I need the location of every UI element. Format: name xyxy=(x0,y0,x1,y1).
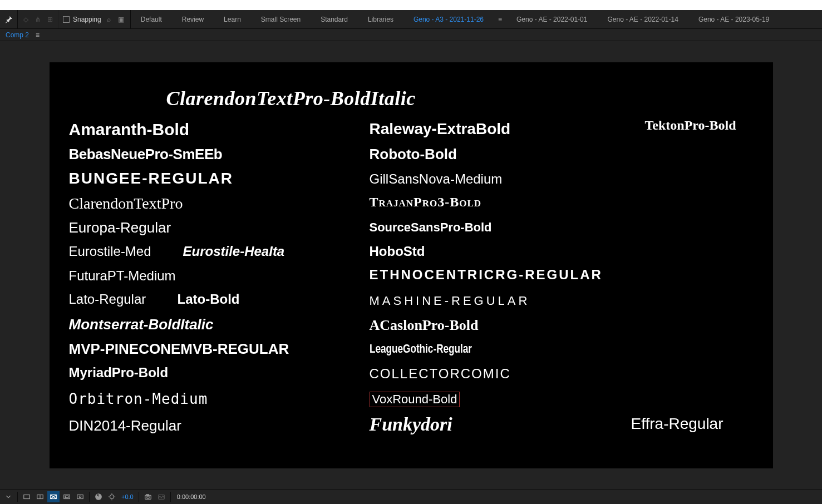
text-layer-ethnocentric[interactable]: ETHNOCENTRICRG-REGULAR xyxy=(370,267,603,283)
text-layer-collector[interactable]: COLLECTORCOMIC xyxy=(370,366,511,382)
text-layer-bebas[interactable]: BebasNeuePro-SmEEb xyxy=(69,146,223,163)
text-layer-voxround-selected[interactable]: VoxRound-Bold xyxy=(370,392,460,407)
text-layer-raleway[interactable]: Raleway-ExtraBold xyxy=(370,120,511,138)
current-time-display[interactable]: 0:00:00:00 xyxy=(174,493,209,500)
snapshot-button[interactable] xyxy=(142,491,154,502)
text-layer-mashine[interactable]: MASHINE-REGULAR xyxy=(370,294,530,308)
text-layer-leaguegothic[interactable]: LeagueGothic-Regular xyxy=(370,342,472,356)
text-layer-montserrat[interactable]: Montserrat-BoldItalic xyxy=(69,316,214,333)
svg-rect-5 xyxy=(65,496,68,498)
svg-rect-12 xyxy=(146,495,149,496)
separator xyxy=(170,492,171,502)
text-layer-myriad[interactable]: MyriadPro-Bold xyxy=(69,365,169,381)
text-layer-title[interactable]: ClarendonTextPro-BoldItalic xyxy=(166,87,416,110)
svg-point-7 xyxy=(79,496,81,498)
toggle-alpha-button[interactable] xyxy=(21,491,33,502)
text-layer-roboto[interactable]: Roboto-Bold xyxy=(370,146,457,163)
composition-canvas: ClarendonTextPro-BoldItalic Amaranth-Bol… xyxy=(50,62,773,468)
exposure-reset-button[interactable] xyxy=(106,491,118,502)
text-layer-eurostile-med[interactable]: Eurostile-Med xyxy=(69,244,151,259)
comp-tab[interactable]: Comp 2 xyxy=(2,31,32,39)
snapping-label: Snapping xyxy=(73,16,101,23)
text-layer-din[interactable]: DIN2014-Regular xyxy=(69,417,181,434)
viewer-shell: ClarendonTextPro-BoldItalic Amaranth-Bol… xyxy=(0,41,822,489)
snapping-group: Snapping ⌕ ▣ xyxy=(58,10,131,28)
text-layer-trajan[interactable]: TrajanPro3-Bold xyxy=(370,195,482,210)
composition-viewer[interactable]: ClarendonTextPro-BoldItalic Amaranth-Bol… xyxy=(0,41,822,489)
workspace-bar: Default Review Learn Small Screen Standa… xyxy=(131,10,822,28)
color-management-button[interactable] xyxy=(92,491,105,502)
node-tool-3-icon[interactable]: ⊞ xyxy=(46,15,55,24)
panel-menu-icon[interactable]: ≡ xyxy=(32,31,43,39)
workspace-geno-ae-2[interactable]: Geno - AE - 2022-01-14 xyxy=(597,16,688,23)
pin-icon xyxy=(4,15,13,24)
workspace-standard[interactable]: Standard xyxy=(311,16,358,23)
text-layer-eurostile-heaita[interactable]: Eurostile-HeaIta xyxy=(183,244,285,259)
workspace-learn[interactable]: Learn xyxy=(214,16,251,23)
toggle-titlesafe-button[interactable] xyxy=(74,491,86,502)
pin-button[interactable] xyxy=(0,10,18,28)
text-layer-effra[interactable]: Effra-Regular xyxy=(631,415,723,433)
svg-rect-4 xyxy=(64,495,70,499)
toggle-mask-button[interactable] xyxy=(61,491,73,502)
workspace-libraries[interactable]: Libraries xyxy=(358,16,403,23)
text-layer-tekton[interactable]: TektonPro-Bold xyxy=(645,118,736,133)
toggle-rgb-button[interactable] xyxy=(34,491,46,502)
exposure-value[interactable]: +0.0 xyxy=(119,493,136,500)
main-toolbar: ◇ ⋔ ⊞ Snapping ⌕ ▣ Default Review Learn … xyxy=(0,10,822,29)
text-layer-futura[interactable]: FuturaPT-Medium xyxy=(69,268,176,284)
text-layer-bungee[interactable]: BUNGEE-REGULAR xyxy=(69,170,234,187)
workspace-small-screen[interactable]: Small Screen xyxy=(251,16,311,23)
text-layer-sourcesans[interactable]: SourceSansPro-Bold xyxy=(370,220,492,235)
text-layer-orbitron[interactable]: Orbitron-Medium xyxy=(69,391,208,407)
text-layer-hobo[interactable]: HoboStd xyxy=(370,244,425,259)
magnet-icon[interactable]: ⌕ xyxy=(105,15,114,24)
workspace-active-menu-icon[interactable]: ≡ xyxy=(494,16,506,23)
snapping-checkbox[interactable] xyxy=(63,16,70,23)
toolbar-left-group: ◇ ⋔ ⊞ Snapping ⌕ ▣ xyxy=(0,10,131,28)
svg-point-11 xyxy=(147,496,149,498)
text-layer-mvp[interactable]: MVP-PINECONEMVB-REGULAR xyxy=(69,340,289,358)
bounding-box-icon[interactable]: ▣ xyxy=(117,15,126,24)
separator xyxy=(17,492,18,502)
text-layer-amaranth[interactable]: Amaranth-Bold xyxy=(69,120,190,139)
workspace-geno-a3[interactable]: Geno - A3 - 2021-11-26 xyxy=(403,16,494,23)
text-layer-acaslon[interactable]: ACaslonPro-Bold xyxy=(370,317,479,334)
node-tool-2-icon[interactable]: ⋔ xyxy=(33,15,42,24)
text-layer-europa[interactable]: Europa-Regular xyxy=(69,219,171,236)
svg-rect-0 xyxy=(24,495,30,499)
svg-point-9 xyxy=(110,495,114,499)
node-tool-1-icon[interactable]: ◇ xyxy=(21,15,30,24)
show-snapshot-button[interactable] xyxy=(155,491,168,502)
separator xyxy=(139,492,139,502)
text-layer-clarendontextpro[interactable]: ClarendonTextPro xyxy=(69,195,183,213)
workspace-geno-ae-1[interactable]: Geno - AE - 2022-01-01 xyxy=(506,16,597,23)
workspace-default[interactable]: Default xyxy=(131,16,172,23)
toggle-transparency-grid-button[interactable] xyxy=(47,491,60,502)
svg-rect-6 xyxy=(77,495,83,499)
text-layer-gillsans[interactable]: GillSansNova-Medium xyxy=(370,171,503,187)
text-layer-funkydori[interactable]: Funkydori xyxy=(370,414,452,435)
workspace-geno-ae-3[interactable]: Geno - AE - 2023-05-19 xyxy=(688,16,779,23)
workspace-review[interactable]: Review xyxy=(172,16,214,23)
footer-dropdown-button[interactable] xyxy=(2,491,14,502)
node-tools-group: ◇ ⋔ ⊞ xyxy=(18,10,58,28)
window-chrome-top xyxy=(0,0,822,10)
text-layer-lato-bold[interactable]: Lato-Bold xyxy=(178,291,240,307)
text-layer-lato-regular[interactable]: Lato-Regular xyxy=(69,291,146,307)
panel-tab-row: Comp 2 ≡ xyxy=(0,29,822,41)
separator xyxy=(89,492,90,502)
viewer-footer: +0.0 0:00:00:00 xyxy=(0,489,822,504)
